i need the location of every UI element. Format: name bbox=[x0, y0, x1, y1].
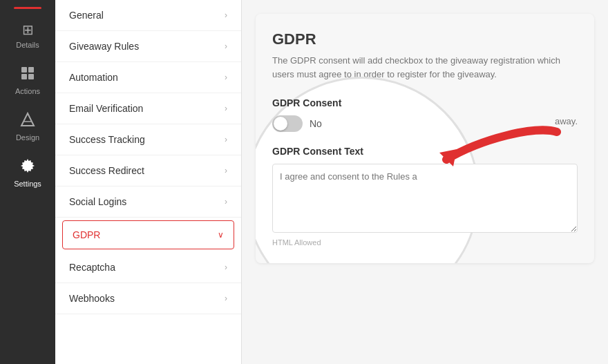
gdpr-card: GDPR The GDPR consent will add checkbox … bbox=[256, 14, 594, 263]
sidebar-label-actions: Actions bbox=[15, 87, 40, 95]
nav-item-social-logins[interactable]: Social Logins › bbox=[55, 186, 241, 218]
toggle-knob bbox=[274, 117, 287, 131]
sidebar-label-details: Details bbox=[16, 41, 39, 49]
design-icon bbox=[20, 112, 35, 131]
nav-item-gdpr[interactable]: GDPR ∨ bbox=[62, 220, 234, 249]
settings-icon bbox=[20, 158, 35, 177]
svg-rect-1 bbox=[28, 67, 34, 73]
nav-label-webhooks: Webhooks bbox=[69, 293, 115, 304]
gdpr-consent-text-label: GDPR Consent Text bbox=[272, 146, 578, 157]
nav-label-social-logins: Social Logins bbox=[69, 196, 126, 207]
nav-item-general[interactable]: General › bbox=[55, 0, 241, 31]
sidebar-item-settings[interactable]: Settings bbox=[0, 150, 55, 196]
svg-rect-0 bbox=[21, 67, 27, 73]
actions-icon bbox=[20, 66, 35, 84]
page-description: The GDPR consent will add checkbox to th… bbox=[272, 54, 578, 81]
sidebar-label-settings: Settings bbox=[14, 180, 41, 188]
details-icon: ⊞ bbox=[22, 21, 34, 38]
svg-marker-4 bbox=[21, 113, 34, 126]
nav-label-general: General bbox=[69, 10, 104, 21]
chevron-icon: › bbox=[225, 166, 227, 175]
chevron-down-icon: ∨ bbox=[218, 230, 224, 240]
nav-item-success-redirect[interactable]: Success Redirect › bbox=[55, 155, 241, 186]
nav-panel: General › Giveaway Rules › Automation › … bbox=[55, 0, 242, 364]
chevron-icon: › bbox=[225, 73, 227, 82]
nav-label-success-redirect: Success Redirect bbox=[69, 165, 144, 176]
nav-label-gdpr: GDPR bbox=[73, 229, 100, 240]
html-allowed-label: HTML Allowed bbox=[272, 238, 578, 247]
chevron-icon: › bbox=[225, 262, 227, 272]
sidebar: ⊞ Details Actions Design bbox=[0, 0, 55, 364]
page-title: GDPR bbox=[272, 30, 578, 48]
chevron-icon: › bbox=[225, 104, 227, 113]
nav-item-recaptcha[interactable]: Recaptcha › bbox=[55, 252, 241, 283]
sidebar-item-actions[interactable]: Actions bbox=[0, 57, 55, 104]
sidebar-label-design: Design bbox=[16, 133, 39, 142]
svg-rect-3 bbox=[28, 74, 34, 79]
nav-item-giveaway-rules[interactable]: Giveaway Rules › bbox=[55, 31, 241, 62]
chevron-icon: › bbox=[225, 135, 227, 144]
main-content: GDPR The GDPR consent will add checkbox … bbox=[242, 0, 608, 364]
sidebar-item-design[interactable]: Design bbox=[0, 104, 55, 150]
nav-label-recaptcha: Recaptcha bbox=[69, 262, 115, 273]
sidebar-item-details[interactable]: ⊞ Details bbox=[0, 13, 55, 57]
nav-label-automation: Automation bbox=[69, 72, 118, 83]
chevron-icon: › bbox=[225, 10, 227, 20]
top-indicator bbox=[14, 7, 41, 9]
nav-label-email-verification: Email Verification bbox=[69, 103, 143, 114]
gdpr-consent-text-field: GDPR Consent Text HTML Allowed bbox=[272, 146, 578, 247]
nav-item-webhooks[interactable]: Webhooks › bbox=[55, 283, 241, 314]
nav-label-giveaway-rules: Giveaway Rules bbox=[69, 41, 139, 52]
gdpr-consent-label: GDPR Consent bbox=[272, 97, 578, 108]
gdpr-consent-toggle[interactable] bbox=[272, 115, 303, 132]
chevron-icon: › bbox=[225, 197, 227, 207]
svg-rect-2 bbox=[21, 74, 27, 79]
gdpr-consent-field: GDPR Consent No bbox=[272, 97, 578, 132]
nav-item-email-verification[interactable]: Email Verification › bbox=[55, 93, 241, 124]
gdpr-consent-textarea[interactable] bbox=[272, 164, 578, 233]
toggle-row: No bbox=[272, 115, 578, 132]
gdpr-section: GDPR Consent No GDPR Consent Text bbox=[272, 97, 578, 247]
nav-item-success-tracking[interactable]: Success Tracking › bbox=[55, 124, 241, 155]
nav-item-automation[interactable]: Automation › bbox=[55, 62, 241, 93]
nav-label-success-tracking: Success Tracking bbox=[69, 134, 145, 145]
chevron-icon: › bbox=[225, 294, 227, 303]
chevron-icon: › bbox=[225, 41, 227, 51]
toggle-label: No bbox=[310, 118, 322, 129]
